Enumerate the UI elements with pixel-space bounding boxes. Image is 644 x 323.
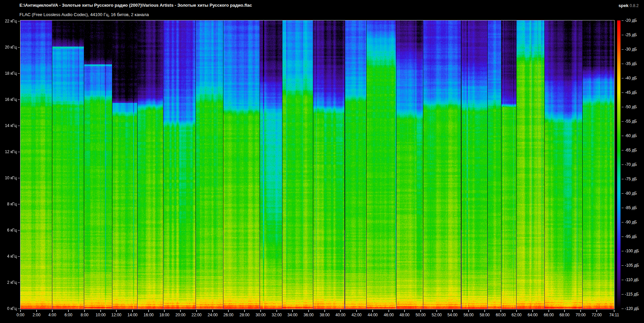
db-tick-label: -50 дБ: [625, 105, 637, 109]
freq-tick: [18, 256, 20, 257]
time-tick: [614, 310, 614, 312]
app-badge: spek 0.8.2: [619, 3, 639, 8]
spectrogram-plot: [20, 20, 614, 309]
freq-tick: [18, 178, 20, 178]
time-tick: [452, 310, 453, 312]
freq-tick-label: 2 кГц: [1, 280, 17, 285]
db-tick: [622, 49, 624, 50]
db-tick-label: -80 дБ: [625, 191, 637, 196]
time-tick: [420, 310, 421, 312]
freq-tick: [18, 309, 20, 309]
time-tick: [164, 310, 165, 312]
freq-tick-label: 18 кГц: [1, 71, 17, 76]
time-tick: [436, 310, 437, 312]
time-tick: [196, 310, 197, 312]
freq-tick: [18, 230, 20, 231]
freq-tick: [18, 126, 20, 126]
time-tick: [356, 310, 357, 312]
db-tick-label: -75 дБ: [625, 177, 637, 181]
freq-tick: [18, 21, 20, 21]
db-tick-label: -65 дБ: [625, 148, 637, 152]
time-tick: [404, 310, 405, 312]
time-tick: [100, 310, 101, 312]
db-tick: [622, 64, 624, 64]
freq-tick-label: 16 кГц: [1, 97, 17, 102]
time-tick: [68, 310, 69, 312]
time-tick-label: 72:00: [587, 313, 606, 317]
app-name: spek: [619, 3, 629, 8]
freq-tick-label: 8 кГц: [1, 202, 17, 206]
db-tick: [622, 222, 624, 222]
db-tick: [622, 280, 624, 280]
db-tick: [622, 294, 624, 295]
freq-tick: [18, 152, 20, 152]
freq-tick: [18, 47, 20, 48]
freq-tick: [18, 73, 20, 74]
freq-tick: [18, 100, 20, 100]
freq-tick-label: 0 кГц: [1, 306, 17, 311]
db-tick-label: -60 дБ: [625, 133, 637, 138]
freq-tick-label: 10 кГц: [1, 176, 17, 180]
time-tick: [276, 310, 277, 312]
format-subtitle: FLAC (Free Lossless Audio Codec), 44100 …: [19, 12, 149, 17]
db-tick-label: -105 дБ: [625, 263, 639, 268]
db-tick-label: -45 дБ: [625, 90, 637, 95]
spek-window: E:\Антициклон\VA - Золотые хиты Русского…: [0, 0, 644, 323]
time-tick: [212, 310, 213, 312]
time-tick: [516, 310, 517, 312]
db-tick: [622, 165, 624, 165]
time-tick: [244, 310, 245, 312]
colorbar-canvas: [617, 20, 621, 309]
db-tick-label: -55 дБ: [625, 119, 637, 124]
time-tick: [532, 310, 533, 312]
time-tick: [116, 310, 117, 312]
db-tick-label: -115 дБ: [625, 292, 639, 297]
db-tick-label: -100 дБ: [625, 249, 639, 253]
time-tick: [564, 310, 565, 312]
db-tick: [622, 92, 624, 93]
db-tick-label: -95 дБ: [625, 234, 637, 239]
freq-tick-label: 20 кГц: [1, 45, 17, 50]
db-tick: [622, 121, 624, 122]
db-tick-label: -25 дБ: [625, 33, 637, 37]
time-tick: [324, 310, 325, 312]
freq-tick-label: 4 кГц: [1, 254, 17, 259]
time-tick: [260, 310, 261, 312]
app-version: 0.8.2: [630, 3, 639, 8]
time-tick: [340, 310, 341, 312]
file-path-title: E:\Антициклон\VA - Золотые хиты Русского…: [19, 3, 252, 8]
time-tick: [548, 310, 549, 312]
db-tick-label: -20 дБ: [625, 18, 637, 23]
spectrogram-canvas: [20, 20, 614, 309]
db-tick: [622, 150, 624, 150]
db-tick: [622, 193, 624, 194]
time-tick: [372, 310, 373, 312]
time-tick: [132, 310, 133, 312]
time-tick: [180, 310, 181, 312]
time-tick: [388, 310, 389, 312]
time-tick: [596, 310, 597, 312]
time-tick: [36, 310, 37, 312]
db-tick: [622, 179, 624, 179]
db-tick: [622, 136, 624, 136]
db-tick-label: -70 дБ: [625, 162, 637, 167]
time-tick: [580, 310, 581, 312]
db-tick: [622, 309, 624, 309]
time-tick: [52, 310, 53, 312]
db-tick-label: -120 дБ: [625, 306, 639, 311]
db-tick-label: -40 дБ: [625, 76, 637, 80]
db-tick: [622, 237, 624, 237]
freq-tick-label: 12 кГц: [1, 149, 17, 154]
time-tick: [148, 310, 149, 312]
time-tick: [228, 310, 229, 312]
time-tick: [484, 310, 485, 312]
time-tick: [292, 310, 293, 312]
time-tick: [500, 310, 501, 312]
db-tick-label: -35 дБ: [625, 61, 637, 66]
time-tick-label: 74:11: [605, 313, 624, 317]
freq-tick: [18, 204, 20, 204]
db-tick: [622, 208, 624, 208]
db-tick-label: -110 дБ: [625, 277, 639, 282]
db-tick-label: -30 дБ: [625, 47, 637, 52]
db-tick: [622, 20, 624, 21]
